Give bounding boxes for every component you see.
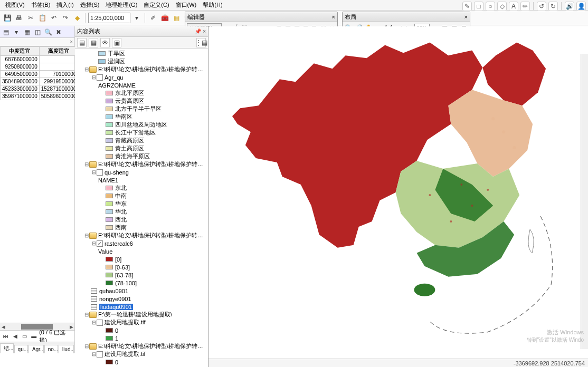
expand-icon[interactable]: ⊟ [83, 161, 89, 167]
toc-row[interactable]: NAME1 [75, 176, 208, 184]
cut-icon[interactable]: ✂ [25, 13, 36, 23]
toc-label[interactable]: 华北 [115, 208, 127, 216]
toc-row[interactable]: 湿润区 [75, 57, 208, 65]
toc-row[interactable]: ⊟E:\科研\论文\耕地保护转型\耕地保护转型数据\耕地保 [75, 65, 208, 73]
toc-label[interactable]: 1 [115, 335, 118, 342]
toc-row[interactable]: (78-100] [75, 279, 208, 287]
toc-row[interactable]: 干旱区 [75, 50, 208, 57]
expand-icon[interactable]: ⊟ [83, 343, 89, 349]
expand-icon[interactable]: ⊟ [91, 169, 97, 175]
print-icon[interactable]: 🖶 [14, 13, 24, 23]
toc-row[interactable]: 华东 [75, 200, 208, 208]
toc-row[interactable]: 东北 [75, 184, 208, 192]
toc-list-by-source-icon[interactable]: ▦ [89, 38, 98, 47]
toc-row[interactable]: 黄土高原区 [75, 144, 208, 152]
redo-icon[interactable]: ↻ [548, 2, 558, 11]
toc-list-by-visibility-icon[interactable]: 👁 [100, 38, 110, 47]
toc-row[interactable]: ⊟E:\科研\论文\耕地保护转型\耕地保护转型数据\耕地保 [75, 160, 208, 168]
layer-checkbox[interactable] [97, 74, 103, 81]
toc-row[interactable]: ⊟E:\科研\论文\耕地保护转型\耕地保护转型数据\耕地保 [75, 342, 208, 350]
toc-row[interactable]: 东北平原区 [75, 89, 208, 97]
layer-checkbox[interactable] [97, 351, 103, 358]
catalog-icon[interactable]: ▦ [171, 13, 182, 23]
toc-row[interactable]: 0 [75, 326, 208, 334]
toc-label[interactable]: Value [98, 248, 112, 255]
table-close-icon[interactable]: × [70, 39, 73, 45]
col-header-1[interactable]: 中度适宜 [1, 47, 40, 56]
table-tab[interactable]: qu... [14, 345, 28, 353]
toc-label[interactable]: [0-63] [115, 264, 130, 271]
toc-row[interactable]: AGRZONAME [75, 81, 208, 89]
toc-row[interactable]: 华南区 [75, 113, 208, 121]
expand-icon[interactable]: ⊟ [91, 320, 97, 325]
scale-input[interactable]: 1:25,000,000 [88, 13, 130, 23]
toc-label[interactable]: 华南区 [115, 113, 132, 121]
toc-label[interactable]: (78-100] [115, 280, 137, 286]
scroll-thumb[interactable] [21, 324, 53, 330]
toc-tree[interactable]: 干旱区湿润区⊟E:\科研\论文\耕地保护转型\耕地保护转型数据\耕地保⊟Agr_… [75, 49, 208, 367]
layer-checkbox[interactable]: ✓ [97, 240, 103, 247]
toc-label[interactable]: 西北 [115, 216, 127, 224]
menu-help[interactable]: 帮助(H) [200, 1, 225, 9]
layer-checkbox[interactable] [97, 320, 103, 326]
toc-row[interactable]: nongye0901 [75, 295, 208, 303]
scroll-right-icon[interactable]: ▶ [68, 323, 74, 330]
table-tab[interactable]: Agr... [29, 345, 44, 353]
toc-row[interactable]: 西南 [75, 224, 208, 231]
edit-icon[interactable]: ✏ [520, 2, 530, 11]
toc-row[interactable]: ⊟E:\科研\论文\耕地保护转型\耕地保护转型数据\耕地保 [75, 231, 208, 239]
paste-icon[interactable]: 📋 [37, 13, 48, 23]
table-t3-icon[interactable]: ▦ [22, 27, 32, 37]
menu-insert[interactable]: 插入(I) [53, 1, 77, 9]
toc-row[interactable]: 云贵高原区 [75, 97, 208, 105]
toc-label[interactable]: E:\科研\论文\耕地保护转型\耕地保护转型数据\耕地保 [98, 231, 206, 239]
expand-icon[interactable]: ⊟ [83, 233, 89, 238]
expand-icon[interactable]: ⊟ [91, 74, 97, 80]
toc-label[interactable]: 建设用地提取.tif [105, 350, 146, 358]
toc-label[interactable]: 北方干旱半干旱区 [115, 105, 162, 113]
toc-label[interactable]: 华东 [115, 200, 127, 208]
pencil-icon[interactable]: ✎ [462, 2, 472, 11]
add-data-icon[interactable]: ◆ [72, 13, 82, 23]
toc-options-icon[interactable]: ⋮▤ [196, 38, 206, 47]
toc-label[interactable]: 湿润区 [108, 57, 125, 65]
toc-row[interactable]: [0] [75, 255, 208, 263]
text-icon[interactable]: A [509, 2, 518, 11]
toc-label[interactable]: [63-78] [115, 272, 133, 278]
map-vscroll[interactable] [581, 54, 588, 349]
table-t4-icon[interactable]: ◫ [33, 27, 42, 37]
toc-label[interactable]: E:\科研\论文\耕地保护转型\耕地保护转型数据\耕地保 [98, 160, 206, 168]
layout-close-icon[interactable]: × [464, 12, 468, 21]
toc-label[interactable]: E:\科研\论文\耕地保护转型\耕地保护转型数据\耕地保 [98, 65, 206, 73]
toc-row[interactable]: [63-78] [75, 271, 208, 279]
toc-row[interactable]: ⊟F:\第一轮退耕\建设用地提取\ [75, 311, 208, 318]
toc-label[interactable]: 0 [115, 327, 118, 334]
toc-label[interactable]: E:\科研\论文\耕地保护转型\耕地保护转型数据\耕地保 [98, 342, 206, 350]
toc-label[interactable]: quhau0901 [99, 288, 128, 294]
toc-label[interactable]: 四川盆地及周边地区 [115, 121, 167, 129]
table-t5-icon[interactable]: 🔍 [43, 27, 53, 37]
undo-icon[interactable]: ↺ [537, 2, 546, 11]
toc-label[interactable]: 长江中下游地区 [115, 129, 156, 137]
toc-label[interactable]: 0 [115, 359, 118, 365]
toc-label[interactable]: 建设用地提取.tif [105, 318, 146, 326]
col-header-2[interactable]: 高度适宜 [39, 47, 78, 56]
table-tab[interactable]: liud... [59, 345, 74, 353]
expand-icon[interactable]: ⊟ [83, 312, 89, 317]
toc-row[interactable]: 中南 [75, 192, 208, 200]
table-opts-icon[interactable]: ▤ [1, 27, 11, 37]
toc-row[interactable]: 长江中下游地区 [75, 129, 208, 137]
attribute-table[interactable]: 中度适宜高度适宜 68766000000 92508000000 6490500… [0, 46, 74, 100]
toc-label[interactable]: qu-sheng [105, 169, 129, 176]
table-tab[interactable]: no... [44, 345, 58, 353]
scale-dropdown-icon[interactable]: ▾ [131, 13, 142, 23]
diamond-icon[interactable]: ◇ [497, 2, 507, 11]
sound-icon[interactable]: 🔊 [565, 2, 574, 11]
redo2-icon[interactable]: ↷ [60, 13, 71, 23]
rect-icon[interactable]: □ [474, 2, 483, 11]
map-canvas[interactable] [208, 26, 588, 359]
sel-rec-icon[interactable]: ▬ [30, 332, 38, 341]
toc-row[interactable]: ⊟建设用地提取.tif [75, 318, 208, 326]
expand-icon[interactable]: ⊟ [83, 66, 89, 72]
menu-view[interactable]: 视图(V) [2, 1, 28, 9]
